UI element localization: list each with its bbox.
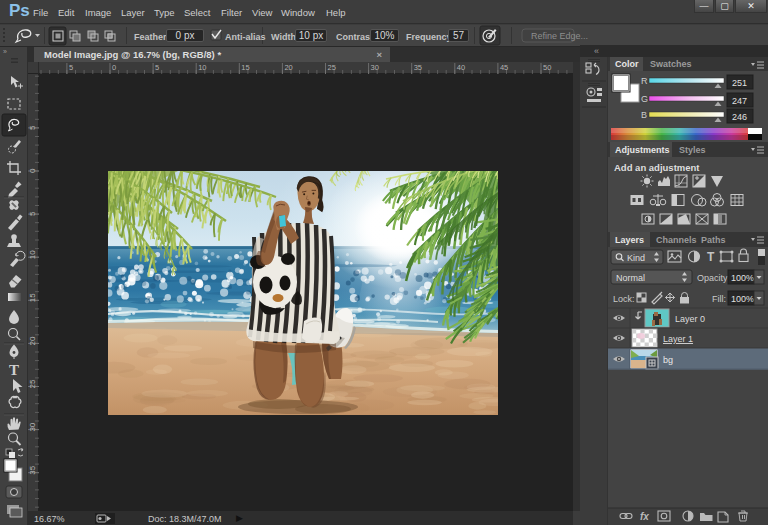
- svg-text:R: R: [641, 76, 648, 86]
- svg-text:Fill:: Fill:: [712, 294, 726, 304]
- svg-text:Layer 1: Layer 1: [663, 334, 693, 344]
- svg-text:G: G: [641, 94, 648, 104]
- svg-text:Adjustments: Adjustments: [615, 145, 670, 155]
- svg-text:5: 5: [155, 63, 159, 72]
- svg-text:Add an adjustment: Add an adjustment: [614, 162, 700, 173]
- svg-text:247: 247: [732, 96, 747, 106]
- svg-text:20: 20: [284, 63, 292, 72]
- svg-text:30: 30: [371, 63, 379, 72]
- svg-text:20: 20: [28, 336, 37, 345]
- svg-text:35: 35: [414, 63, 422, 72]
- svg-text:0: 0: [112, 63, 116, 72]
- svg-text:5: 5: [28, 125, 37, 130]
- svg-text:Lock:: Lock:: [613, 294, 635, 304]
- svg-text:5: 5: [69, 63, 73, 72]
- svg-text:15: 15: [241, 63, 249, 72]
- svg-text:0: 0: [28, 168, 37, 173]
- svg-text:Layers: Layers: [615, 235, 644, 245]
- svg-text:100%: 100%: [731, 273, 754, 283]
- svg-text:»: »: [3, 48, 7, 55]
- svg-text:bg: bg: [663, 355, 673, 365]
- svg-text:251: 251: [732, 78, 747, 88]
- svg-text:25: 25: [328, 63, 336, 72]
- svg-text:100%: 100%: [731, 294, 754, 304]
- svg-text:10: 10: [198, 63, 206, 72]
- svg-text:50: 50: [543, 63, 551, 72]
- svg-text:B: B: [641, 110, 647, 120]
- svg-text:Color: Color: [615, 59, 639, 69]
- svg-text:25: 25: [28, 379, 37, 388]
- svg-text:35: 35: [28, 465, 37, 474]
- svg-text:Styles: Styles: [679, 145, 706, 155]
- svg-text:Paths: Paths: [701, 235, 726, 245]
- svg-text:246: 246: [732, 112, 747, 122]
- svg-text:Swatches: Swatches: [650, 59, 692, 69]
- svg-text:Layer 0: Layer 0: [675, 314, 705, 324]
- svg-text:45: 45: [500, 63, 508, 72]
- svg-text:10: 10: [28, 250, 37, 259]
- svg-text:Opacity:: Opacity:: [697, 273, 730, 283]
- svg-text:30: 30: [28, 422, 37, 431]
- svg-text:T: T: [707, 250, 715, 264]
- svg-text:5: 5: [28, 211, 37, 216]
- svg-text:Channels: Channels: [656, 235, 697, 245]
- svg-text:40: 40: [457, 63, 465, 72]
- svg-text:Kind: Kind: [627, 253, 645, 263]
- svg-text:Normal: Normal: [616, 273, 645, 283]
- svg-text:T: T: [9, 362, 19, 378]
- svg-text:fx: fx: [640, 511, 649, 522]
- svg-text:15: 15: [28, 293, 37, 302]
